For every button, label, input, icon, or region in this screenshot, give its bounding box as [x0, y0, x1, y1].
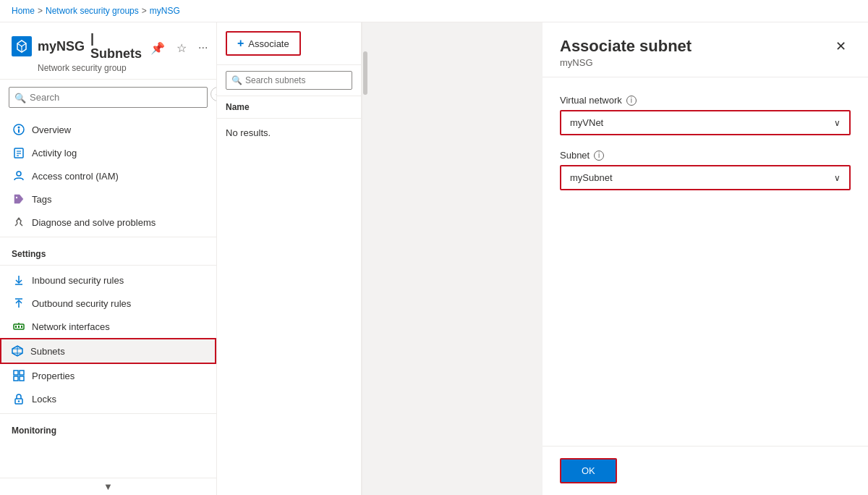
sidebar-item-network-interfaces[interactable]: Network interfaces: [0, 315, 216, 338]
svg-rect-18: [21, 326, 22, 328]
settings-divider: [0, 237, 216, 237]
sidebar-item-overview[interactable]: Overview: [0, 118, 216, 141]
search-area: 🔍 «: [0, 80, 216, 115]
sidebar-item-inbound[interactable]: Inbound security rules: [0, 268, 216, 292]
resource-name: myNSG: [38, 39, 85, 54]
search-subnets-input[interactable]: [226, 71, 352, 90]
diagnose-label: Diagnose and solve problems: [32, 217, 156, 228]
overview-label: Overview: [32, 124, 71, 135]
scrollbar-thumb[interactable]: [363, 51, 367, 95]
subnets-icon: [12, 345, 23, 357]
sidebar-nav: Overview Activity log Access control (IA…: [0, 115, 216, 478]
properties-label: Properties: [32, 371, 75, 381]
subnet-chevron-icon: ∨: [834, 173, 841, 183]
svg-rect-16: [15, 326, 17, 328]
flyout-title-area: Associate subnet myNSG: [560, 37, 692, 68]
network-interfaces-icon: [13, 321, 25, 332]
virtual-network-info-icon[interactable]: i: [626, 96, 637, 106]
svg-point-10: [18, 218, 20, 220]
sidebar-item-subnets[interactable]: Subnets: [0, 338, 216, 364]
virtual-network-value: myVNet: [570, 117, 603, 128]
vertical-scrollbar[interactable]: [362, 22, 367, 495]
associate-subnet-flyout: Associate subnet myNSG ✕ Virtual network…: [542, 22, 868, 495]
sidebar-item-activity-log[interactable]: Activity log: [0, 141, 216, 164]
svg-rect-26: [14, 376, 18, 381]
sidebar-item-diagnose[interactable]: Diagnose and solve problems: [0, 211, 216, 234]
svg-rect-24: [14, 371, 18, 375]
breadcrumb-home[interactable]: Home: [12, 6, 35, 16]
svg-point-29: [18, 400, 20, 402]
inbound-icon: [13, 274, 25, 286]
subnets-label: Subnets: [30, 346, 65, 357]
subnets-panel: + Associate 🔍 Name No results.: [217, 22, 362, 495]
scroll-down-icon: ▼: [103, 481, 113, 492]
properties-icon: [13, 370, 25, 381]
svg-rect-3: [18, 130, 20, 133]
breadcrumb-sep2: >: [142, 6, 147, 16]
virtual-network-text: Virtual network: [560, 95, 622, 106]
virtual-network-dropdown[interactable]: myVNet ∨: [560, 110, 851, 135]
resource-subtitle: | Subnets: [90, 31, 142, 62]
subnet-label: Subnet i: [560, 150, 851, 161]
flyout-body: Virtual network i myVNet ∨ Subnet i mySu…: [542, 77, 868, 446]
nsg-icon: [12, 36, 32, 56]
associate-button[interactable]: + Associate: [226, 31, 301, 56]
network-interfaces-label: Network interfaces: [32, 321, 110, 332]
sidebar-item-tags[interactable]: Tags: [0, 187, 216, 211]
svg-rect-27: [20, 376, 24, 381]
plus-icon: +: [237, 37, 244, 50]
inbound-label: Inbound security rules: [32, 275, 124, 286]
breadcrumb-sep1: >: [38, 6, 43, 16]
outbound-icon: [13, 297, 25, 309]
monitoring-section-title: Monitoring: [0, 417, 216, 439]
scroll-down-indicator: ▼: [0, 478, 216, 495]
virtual-network-group: Virtual network i myVNet ∨: [560, 95, 851, 135]
flyout-close-button[interactable]: ✕: [831, 37, 851, 56]
subnet-info-icon[interactable]: i: [594, 151, 604, 161]
panel-search-icon: 🔍: [231, 75, 242, 85]
overview-icon: [13, 124, 25, 135]
sidebar-item-locks[interactable]: Locks: [0, 387, 216, 410]
svg-rect-17: [18, 326, 20, 328]
pin-button[interactable]: 📌: [148, 40, 168, 56]
flyout-footer: OK: [542, 446, 868, 495]
breadcrumb-current[interactable]: myNSG: [150, 6, 180, 16]
resource-type: Network security group: [38, 63, 205, 73]
tags-label: Tags: [32, 194, 51, 205]
activity-log-label: Activity log: [32, 148, 77, 158]
virtual-network-chevron-icon: ∨: [834, 118, 841, 128]
sidebar: myNSG | Subnets 📌 ☆ ··· Network security…: [0, 22, 217, 495]
search-icon: 🔍: [14, 92, 26, 103]
locks-label: Locks: [32, 394, 56, 405]
ok-button[interactable]: OK: [560, 458, 617, 483]
no-results: No results.: [217, 119, 361, 147]
sidebar-item-outbound[interactable]: Outbound security rules: [0, 292, 216, 315]
subnet-group: Subnet i mySubnet ∨: [560, 150, 851, 190]
resource-title-row: myNSG | Subnets 📌 ☆ ···: [12, 31, 205, 62]
favorite-button[interactable]: ☆: [174, 40, 190, 56]
subnet-dropdown[interactable]: mySubnet ∨: [560, 165, 851, 190]
svg-point-9: [16, 197, 17, 198]
access-control-icon: [13, 170, 25, 182]
breadcrumb: Home > Network security groups > myNSG: [0, 0, 868, 22]
associate-label: Associate: [248, 38, 289, 49]
search-container: 🔍: [9, 87, 208, 108]
search-input[interactable]: [9, 87, 208, 108]
breadcrumb-nsg[interactable]: Network security groups: [46, 6, 139, 16]
tags-icon: [13, 193, 25, 205]
header-actions: 📌 ☆ ···: [148, 40, 210, 56]
virtual-network-label: Virtual network i: [560, 95, 851, 106]
sidebar-header: myNSG | Subnets 📌 ☆ ··· Network security…: [0, 22, 216, 80]
access-control-label: Access control (IAM): [32, 171, 119, 182]
settings-section-title: Settings: [0, 240, 216, 262]
subnets-panel-wrapper: + Associate 🔍 Name No results.: [217, 22, 542, 495]
settings-divider2: [0, 265, 216, 266]
sidebar-item-access-control[interactable]: Access control (IAM): [0, 164, 216, 187]
flyout-subtitle: myNSG: [560, 57, 692, 68]
panel-toolbar: + Associate: [217, 22, 361, 65]
subnet-value: mySubnet: [570, 172, 613, 183]
collapse-button[interactable]: «: [210, 87, 217, 101]
more-button[interactable]: ···: [195, 40, 210, 56]
panel-search: 🔍: [217, 65, 361, 96]
sidebar-item-properties[interactable]: Properties: [0, 364, 216, 387]
